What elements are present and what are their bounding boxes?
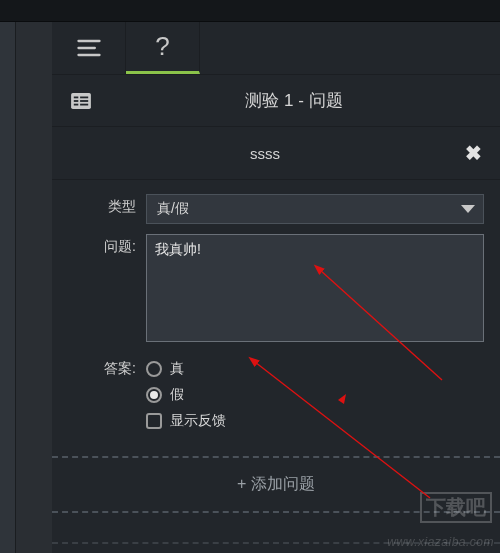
watermark-url: www.xiazaiba.com [387, 535, 494, 549]
question-mark-icon: ? [155, 31, 169, 62]
answer-true-label: 真 [170, 360, 184, 378]
question-header[interactable]: ssss ✖ [52, 127, 500, 180]
type-label: 类型 [68, 194, 146, 216]
watermark-box: 下载吧 [420, 492, 492, 523]
hamburger-left-icon [75, 34, 103, 62]
answer-option-false[interactable]: 假 [146, 386, 484, 404]
checkbox-feedback-icon [146, 413, 162, 429]
window-titlebar [0, 0, 500, 22]
svg-rect-7 [80, 96, 88, 98]
tab-list[interactable] [52, 22, 126, 74]
prompt-textarea[interactable] [146, 234, 484, 342]
quiz-panel: ? 测验 1 - 问题 ssss ✖ 类型 真/假 [52, 22, 500, 553]
question-collapse-title: ssss [68, 145, 462, 162]
row-answers: 答案: 真 假 显示反馈 [68, 356, 484, 438]
panel-tabs: ? [52, 22, 500, 74]
list-card-icon[interactable] [70, 92, 92, 110]
prompt-label: 问题: [68, 234, 146, 256]
tab-help[interactable]: ? [126, 22, 200, 74]
show-feedback-option[interactable]: 显示反馈 [146, 412, 484, 430]
type-select[interactable]: 真/假 [146, 194, 484, 224]
quiz-title: 测验 1 - 问题 [106, 89, 482, 112]
svg-rect-4 [74, 96, 79, 98]
left-gutter [0, 22, 16, 553]
radio-true-icon [146, 361, 162, 377]
svg-rect-6 [74, 103, 79, 105]
svg-rect-8 [80, 100, 88, 102]
show-feedback-label: 显示反馈 [170, 412, 226, 430]
close-icon[interactable]: ✖ [462, 141, 484, 165]
radio-false-icon [146, 387, 162, 403]
svg-rect-9 [80, 103, 88, 105]
row-prompt: 问题: [68, 234, 484, 346]
add-question-label: + 添加问题 [237, 475, 315, 492]
row-type: 类型 真/假 [68, 194, 484, 224]
question-form: 类型 真/假 问题: 答案: 真 [52, 180, 500, 456]
answer-option-true[interactable]: 真 [146, 360, 484, 378]
type-select-value: 真/假 [157, 200, 189, 218]
answer-false-label: 假 [170, 386, 184, 404]
answer-label: 答案: [68, 356, 146, 378]
chevron-down-icon [461, 205, 475, 213]
svg-rect-5 [74, 100, 79, 102]
quiz-header: 测验 1 - 问题 [52, 74, 500, 127]
